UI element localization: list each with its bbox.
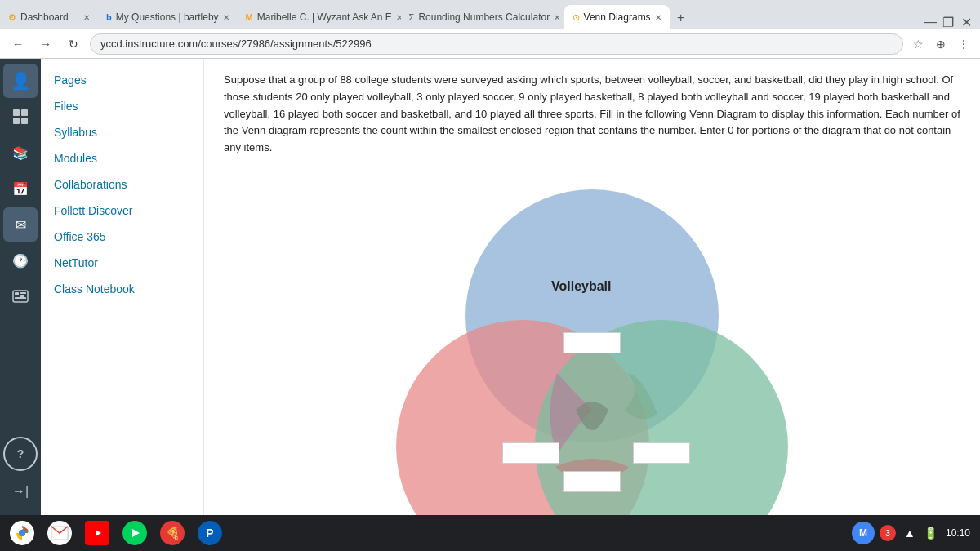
venn-diagram-container: Volleyball Soccer Basketball [314,173,870,515]
tab-venn[interactable]: ⊙ Venn Diagrams ✕ [564,5,670,29]
new-tab-button[interactable]: + [670,7,693,29]
back-button[interactable]: ← [7,33,29,56]
content-area: Suppose that a group of 88 college stude… [204,59,980,515]
taskbar-status-area: M 3 [852,522,896,544]
tab-dashboard[interactable]: ⚙ Dashboard ✕ [0,5,98,29]
main-area: 👤 📚 📅 ✉ 🕐 [0,59,980,515]
address-bar-row: ← → ↻ ☆ ⊕ ⋮ [0,29,980,59]
svg-rect-7 [20,295,24,297]
browser-chrome: ⚙ Dashboard ✕ b My Questions | bartleby … [0,0,980,59]
svg-rect-1 [21,109,28,116]
sidebar-icon-studio[interactable] [3,279,38,313]
taskbar-icons: 🍕 P [10,521,222,545]
nav-syllabus[interactable]: Syllabus [41,119,203,145]
extension-button[interactable]: ⊕ [931,34,951,54]
taskbar-chrome-icon[interactable] [10,521,34,545]
svg-rect-6 [20,292,26,294]
svg-rect-3 [21,118,28,124]
nav-files[interactable]: Files [41,93,203,119]
taskbar: 🍕 P M 3 ▲ 🔋 10:10 [0,515,980,551]
restore-button[interactable]: ❐ [941,15,956,29]
tab-venn-label: Venn Diagrams [584,11,651,23]
svg-rect-0 [13,109,20,116]
svg-rect-5 [15,292,19,295]
close-browser-button[interactable]: ✕ [959,15,973,29]
tab-bartleby-label: My Questions | bartleby [116,11,219,23]
sidebar-icon-account[interactable]: 👤 [3,64,38,98]
volleyball-label: Volleyball [551,279,612,294]
taskbar-pizza-icon[interactable]: 🍕 [160,521,185,545]
tab-rounding-close[interactable]: ✕ [554,13,560,22]
svg-rect-2 [13,118,20,124]
forward-button[interactable]: → [34,33,57,56]
nav-classnotebook[interactable]: Class Notebook [41,276,203,302]
tab-rounding[interactable]: Σ Rounding Numbers Calculator ✕ [401,5,564,29]
taskbar-avatar[interactable]: M [852,522,875,544]
sidebar-icon-courses[interactable]: 📚 [3,136,38,170]
tab-bar: ⚙ Dashboard ✕ b My Questions | bartleby … [0,0,980,29]
taskbar-youtube-icon[interactable] [85,521,109,545]
svg-rect-8 [15,297,26,299]
sidebar-expand-button[interactable]: →| [3,474,38,509]
nav-collaborations[interactable]: Collaborations [41,171,203,198]
tab-bartleby[interactable]: b My Questions | bartleby ✕ [98,5,238,29]
tab-rounding-label: Rounding Numbers Calculator [418,11,550,23]
menu-button[interactable]: ⋮ [954,34,973,54]
taskbar-play-icon[interactable] [122,521,147,545]
icon-sidebar: 👤 📚 📅 ✉ 🕐 [0,59,41,515]
nav-nettutor[interactable]: NetTutor [41,250,203,276]
svg-marker-18 [132,529,140,537]
tab-venn-close[interactable]: ✕ [655,13,662,22]
dashboard-tab-icon: ⚙ [8,12,16,23]
taskbar-gmail-icon[interactable] [47,521,72,545]
icon-sidebar-bottom: ? →| [3,437,38,509]
taskbar-pandora-icon[interactable]: P [198,521,222,545]
tab-dashboard-label: Dashboard [20,11,69,23]
taskbar-notification-icon[interactable]: 3 [880,525,896,541]
sidebar-icon-calendar[interactable]: 📅 [3,171,38,206]
svg-point-14 [19,530,25,536]
bookmark-button[interactable]: ☆ [908,34,928,54]
sidebar-icon-help[interactable]: ? [3,437,38,471]
tab-dashboard-close[interactable]: ✕ [83,13,90,22]
minimize-button[interactable]: — [923,15,938,29]
tab-wyzant[interactable]: M Maribelle C. | Wyzant Ask An E ✕ [238,5,401,29]
tab-bartleby-close[interactable]: ✕ [223,13,229,22]
all-three-input[interactable] [564,471,621,492]
nav-modules[interactable]: Modules [41,145,203,171]
bartleby-tab-icon: b [106,12,112,22]
sidebar-icon-inbox[interactable]: ✉ [3,207,38,242]
address-input[interactable] [90,33,903,55]
nav-follett[interactable]: Follett Discover [41,198,203,224]
problem-text: Suppose that a group of 88 college stude… [224,72,960,157]
nav-office365[interactable]: Office 365 [41,224,203,250]
wyzant-tab-icon: M [246,12,253,22]
rounding-tab-icon: Σ [409,12,415,22]
tab-wyzant-label: Maribelle C. | Wyzant Ask An E [257,11,392,23]
sidebar-icon-dashboard[interactable] [3,100,38,134]
volleyball-only-input[interactable] [564,332,621,353]
nav-sidebar: Pages Files Syllabus Modules Collaborati… [41,59,204,515]
nav-pages[interactable]: Pages [41,67,203,93]
venn-tab-icon: ⊙ [572,12,580,23]
volleyball-soccer-input[interactable] [502,442,559,464]
browser-actions: ☆ ⊕ ⋮ [908,34,973,54]
reload-button[interactable]: ↻ [62,33,85,56]
taskbar-clock: 10:10 [946,527,970,539]
volleyball-basketball-input[interactable] [633,442,690,464]
battery-icon: 🔋 [924,527,938,540]
tab-wyzant-close[interactable]: ✕ [396,13,401,22]
taskbar-right: M 3 ▲ 🔋 10:10 [852,522,970,544]
sidebar-icon-history[interactable]: 🕐 [3,243,38,278]
network-icon: ▲ [904,527,915,540]
svg-marker-17 [96,530,101,536]
